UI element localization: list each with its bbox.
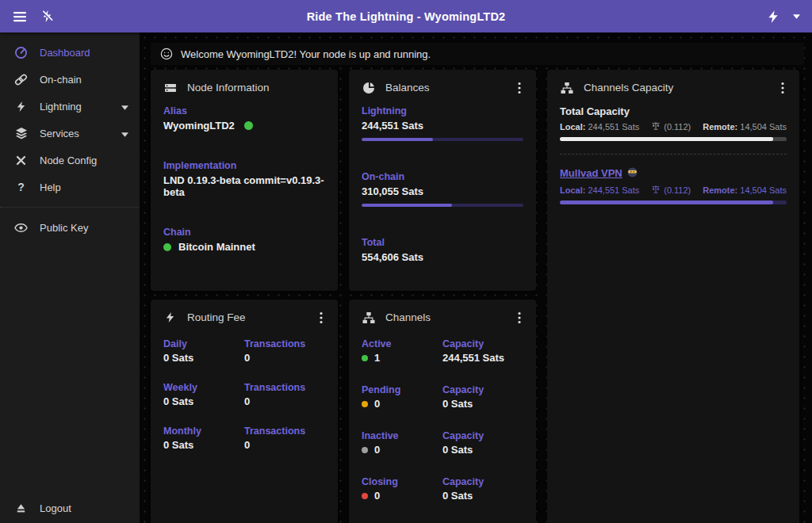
onchain-balance-label: On-chain [362, 171, 523, 182]
kebab-menu-icon[interactable] [512, 81, 527, 95]
lightning-balance-label: Lightning [362, 105, 523, 116]
card-title: Node Information [187, 82, 270, 94]
implementation-value: LND 0.19.3-beta commit=v0.19.3-beta [163, 174, 325, 198]
main-content: Welcome WyomingLTD2! Your node is up and… [140, 32, 812, 523]
channels-card: Channels Active 1 Capacity 244,551 Sats [349, 300, 536, 523]
kebab-menu-icon[interactable] [512, 311, 527, 325]
dashboard-gauge-icon [14, 46, 28, 59]
channels-row-closing: Closing 0 Capacity 0 Sats [362, 476, 523, 502]
top-app-bar: Ride The Lightning - WyomingLTD2 [0, 0, 812, 32]
implementation-label: Implementation [163, 160, 325, 171]
total-capacity-progress [560, 137, 787, 141]
chain-value: Bitcoin Mainnet [178, 241, 255, 253]
sidebar-item-label: Dashboard [40, 47, 90, 59]
sidebar-item-lightning[interactable]: Lightning [0, 93, 140, 120]
sidebar-item-logout[interactable]: Logout [0, 494, 140, 521]
channels-row-pending: Pending 0 Capacity 0 Sats [362, 384, 523, 410]
status-label: Inactive [362, 430, 442, 441]
sidebar-item-public-key[interactable]: Public Key [0, 214, 140, 241]
channels-row-inactive: Inactive 0 Capacity 0 Sats [362, 430, 523, 456]
sidebar-item-label: Services [40, 128, 79, 139]
channel-capacity-section: Mullvad VPN Local: 244,551 Sats (0.112) … [560, 166, 787, 204]
routing-fee-card: Routing Fee Daily 0 Sats Transactions 0 … [151, 300, 338, 523]
node-online-status-dot [244, 121, 253, 130]
channel-count: 1 [374, 352, 380, 364]
sidebar-item-label: Lightning [40, 101, 82, 113]
chain-status-dot [163, 243, 171, 251]
storage-icon [163, 81, 177, 94]
rtl-dashboard-page: Ride The Lightning - WyomingLTD2 Dashboa… [0, 0, 812, 523]
transactions-value: 0 [244, 352, 325, 364]
welcome-text: Welcome WyomingLTD2! Your node is up and… [181, 48, 431, 60]
capacity-value: 0 Sats [442, 490, 523, 502]
capacity-label: Capacity [442, 476, 523, 487]
routing-fee-row-monthly: Monthly 0 Sats Transactions 0 [163, 426, 325, 451]
balance-scale-icon [651, 121, 661, 132]
remote-label: Remote: [703, 122, 737, 132]
account-dropdown-caret-icon[interactable] [788, 3, 804, 30]
tools-icon [14, 154, 28, 167]
period-label: Weekly [163, 382, 244, 393]
channel-count: 0 [374, 398, 380, 410]
alias-label: Alias [163, 105, 325, 116]
sidebar-divider [0, 207, 140, 208]
closing-status-dot [362, 493, 368, 499]
sidebar-item-label: Node Config [40, 155, 97, 166]
balance-scale-icon [651, 185, 661, 196]
lightning-bolt-icon [14, 100, 28, 113]
onchain-balance-progress [362, 204, 523, 207]
active-status-dot [362, 355, 368, 361]
channel-capacity-progress [560, 200, 787, 204]
capacity-value: 0 Sats [442, 444, 523, 456]
alias-value: WyomingLTD2 [163, 120, 235, 132]
sidebar-item-dashboard[interactable]: Dashboard [0, 39, 140, 66]
period-label: Monthly [163, 426, 244, 437]
chain-link-icon [14, 73, 28, 86]
lightning-balance-value: 244,551 Sats [362, 120, 523, 132]
sidebar-item-node-config[interactable]: Node Config [0, 147, 140, 174]
transactions-value: 0 [244, 439, 325, 451]
fee-value: 0 Sats [163, 352, 244, 364]
transactions-label: Transactions [244, 338, 325, 349]
question-mark-icon: ? [14, 181, 28, 194]
transactions-label: Transactions [244, 426, 325, 437]
fee-value: 0 Sats [163, 439, 244, 451]
layers-icon [14, 127, 28, 140]
card-title: Routing Fee [187, 311, 246, 323]
remote-label: Remote: [703, 185, 737, 195]
pending-status-dot [362, 401, 368, 407]
channels-row-active: Active 1 Capacity 244,551 Sats [362, 338, 523, 364]
local-label: Local: [560, 185, 585, 195]
capacity-label: Capacity [442, 430, 523, 441]
node-information-card: Node Information Alias WyomingLTD2 Imple… [151, 70, 338, 291]
inactive-status-dot [362, 447, 368, 453]
channel-peer-link[interactable]: Mullvad VPN [560, 167, 638, 180]
capacity-label: Capacity [442, 338, 523, 349]
local-label: Local: [560, 122, 585, 132]
capacity-value: 244,551 Sats [442, 352, 523, 364]
sidebar-item-help[interactable]: ? Help [0, 174, 140, 200]
node-lightning-bolt-icon[interactable] [760, 3, 787, 30]
channel-count: 0 [374, 444, 380, 456]
chain-label: Chain [163, 227, 325, 238]
eye-icon [14, 221, 28, 235]
status-label: Closing [362, 476, 442, 487]
flash-off-icon[interactable] [33, 3, 60, 30]
routing-fee-row-weekly: Weekly 0 Sats Transactions 0 [163, 382, 325, 407]
kebab-menu-icon[interactable] [776, 81, 790, 95]
chevron-down-icon [121, 101, 128, 113]
total-capacity-section: Total Capacity Local: 244,551 Sats (0.11… [560, 105, 787, 141]
smiley-icon [160, 48, 173, 60]
local-value: 244,551 Sats [588, 185, 639, 195]
kebab-menu-icon[interactable] [314, 311, 328, 325]
sidebar-item-services[interactable]: Services [0, 120, 140, 147]
card-title: Channels Capacity [584, 82, 673, 94]
balances-card: Balances Lightning 244,551 Sats On-chain… [349, 70, 536, 291]
ninja-emoji-icon [627, 167, 638, 180]
balance-ratio: (0.112) [664, 122, 691, 132]
sidebar-item-onchain[interactable]: On-chain [0, 66, 140, 93]
network-lan-icon [362, 311, 375, 324]
hamburger-menu-icon[interactable] [6, 3, 33, 30]
capacity-label: Capacity [442, 384, 523, 395]
lightning-balance-progress [362, 138, 523, 141]
